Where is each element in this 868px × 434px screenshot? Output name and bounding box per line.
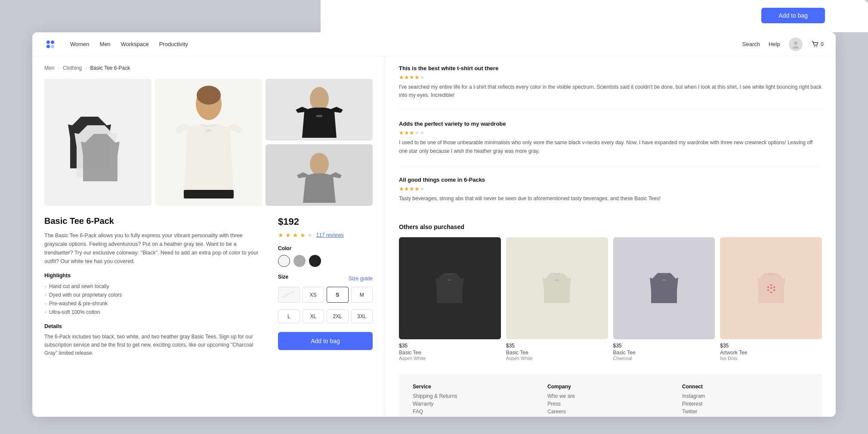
help-button[interactable]: Help [769, 41, 780, 47]
svg-point-2 [46, 45, 50, 48]
svg-rect-9 [316, 115, 322, 117]
logo[interactable] [44, 38, 56, 50]
review-count-link[interactable]: 117 reviews [316, 232, 344, 238]
review-2-title: Adds the perfect variety to my wardrobe [399, 121, 822, 127]
breadcrumb: Men › Clothing › Basic Tee 6-Pack [44, 65, 373, 71]
color-gray-swatch[interactable] [293, 255, 306, 267]
color-white-swatch[interactable] [278, 255, 290, 267]
main-nav: Women Men Workspace Productivity [70, 39, 742, 49]
nav-workspace[interactable]: Workspace [121, 39, 149, 49]
size-guide-link[interactable]: Size guide [349, 276, 373, 282]
size-2xl[interactable]: 2XL [327, 310, 349, 323]
site-footer: Service Shipping & Returns Warranty FAQ … [399, 375, 822, 417]
rec-4-name: Artwork Tee [720, 350, 822, 356]
svg-point-6 [814, 46, 815, 47]
footer-warranty[interactable]: Warranty [413, 401, 539, 407]
star-2: ★ [285, 232, 291, 239]
review-1: This is the best white t-shirt out there… [399, 65, 822, 110]
footer-who-we-are[interactable]: Who we are [547, 393, 673, 399]
svg-point-25 [770, 287, 772, 289]
rec-item-3[interactable]: $35 Basic Tee Charcoal [613, 237, 715, 361]
search-button[interactable]: Search [742, 41, 760, 47]
color-options [278, 255, 373, 267]
size-header: Size Size guide [278, 274, 373, 283]
details-text: The 6-Pack includes two black, two white… [44, 333, 261, 358]
nav-men[interactable]: Men [100, 39, 111, 49]
color-black-swatch[interactable] [309, 255, 321, 267]
product-image-main[interactable] [44, 79, 151, 206]
product-section: Men › Clothing › Basic Tee 6-Pack [32, 56, 385, 417]
rec-item-1[interactable]: $35 Basic Tee Aspen White [399, 237, 501, 361]
product-image-black[interactable] [266, 79, 373, 141]
rec-2-price: $35 [506, 343, 608, 349]
svg-point-10 [310, 153, 329, 175]
svg-rect-17 [555, 279, 559, 281]
svg-rect-18 [662, 279, 666, 281]
size-xl[interactable]: XL [303, 310, 324, 323]
size-xs-disabled [278, 287, 300, 303]
rec-4-sub: Iso Dots [720, 356, 822, 361]
cart-button[interactable]: 0 [811, 40, 824, 48]
svg-rect-13 [206, 130, 211, 132]
svg-point-3 [51, 45, 54, 48]
star-3: ★ [293, 232, 298, 239]
star-5-empty: ★ [307, 232, 313, 239]
add-to-bag-button[interactable]: Add to bag [278, 332, 373, 350]
breadcrumb-sep-2: › [85, 65, 87, 71]
highlight-1: Hand cut and sewn locally [44, 282, 261, 291]
footer-service: Service Shipping & Returns Warranty FAQ [413, 384, 539, 416]
footer-shipping[interactable]: Shipping & Returns [413, 393, 539, 399]
size-l[interactable]: L [278, 310, 300, 323]
review-1-title: This is the best white t-shirt out there [399, 65, 822, 71]
footer-instagram[interactable]: Instagram [682, 393, 808, 399]
highlight-3: Pre-washed & pre-shrunk [44, 299, 261, 308]
footer-careers[interactable]: Careers [547, 409, 673, 415]
rec-item-2[interactable]: $35 Basic Tee Aspen White [506, 237, 608, 361]
footer-company: Company Who we are Press Careers [547, 384, 673, 416]
product-image-gray[interactable] [266, 144, 373, 206]
rec-2-sub: Aspen White [506, 356, 608, 361]
product-title: Basic Tee 6-Pack [44, 216, 261, 226]
review-1-stars: ★★★★★ [399, 74, 822, 81]
svg-point-20 [770, 284, 772, 286]
svg-point-0 [46, 40, 50, 44]
footer-pinterest[interactable]: Pinterest [682, 401, 808, 407]
rec-item-4[interactable]: $35 Artwork Tee Iso Dots [720, 237, 822, 361]
size-m[interactable]: M [351, 287, 373, 303]
star-rating: ★ ★ ★ ★ ★ [278, 232, 313, 239]
footer-service-title: Service [413, 384, 539, 390]
review-3-title: All good things come in 6-Packs [399, 177, 822, 183]
star-1: ★ [278, 232, 284, 239]
size-3xl[interactable]: 3XL [351, 310, 373, 323]
reviews-section: This is the best white t-shirt out there… [399, 65, 822, 213]
product-image-white[interactable] [155, 79, 262, 206]
rating-row: ★ ★ ★ ★ ★ 117 reviews [278, 232, 373, 239]
footer-twitter[interactable]: Twitter [682, 409, 808, 415]
nav-women[interactable]: Women [70, 39, 90, 49]
review-1-text: I've searched my entire life for a t-shi… [399, 83, 822, 99]
nav-productivity[interactable]: Productivity [159, 39, 188, 49]
breadcrumb-clothing[interactable]: Clothing [63, 65, 82, 71]
top-add-to-bag-button[interactable]: Add to bag [761, 8, 825, 23]
product-images-grid [44, 79, 373, 206]
footer-faq[interactable]: FAQ [413, 409, 539, 415]
highlights-heading: Highlights [44, 273, 261, 279]
size-xs[interactable]: XS [303, 287, 324, 303]
svg-point-21 [773, 286, 775, 288]
footer-press[interactable]: Press [547, 401, 673, 407]
review-2-stars: ★★★★★ [399, 130, 822, 136]
footer-connect-title: Connect [682, 384, 808, 390]
color-label: Color [278, 245, 373, 251]
avatar[interactable] [789, 37, 803, 51]
footer-connect: Connect Instagram Pinterest Twitter [682, 384, 808, 416]
svg-point-7 [816, 46, 817, 47]
rec-3-sub: Charcoal [613, 356, 715, 361]
breadcrumb-men[interactable]: Men [44, 65, 54, 71]
svg-point-12 [197, 86, 221, 105]
highlight-4: Ultra-soft 100% cotton [44, 308, 261, 316]
highlight-2: Dyed with our proprietary colors [44, 291, 261, 299]
size-s[interactable]: S [327, 287, 349, 303]
right-panel: This is the best white t-shirt out there… [385, 56, 836, 417]
breadcrumb-current: Basic Tee 6-Pack [90, 65, 130, 71]
size-grid-row2: L XL 2XL 3XL [278, 310, 373, 323]
